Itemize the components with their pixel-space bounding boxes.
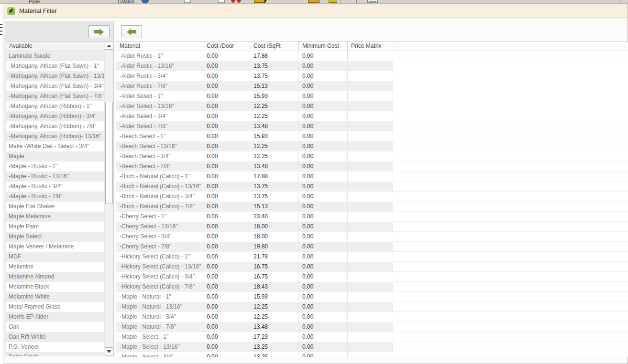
table-row[interactable]: -Maple - Natural - 3/4"0.0012.250.00 [116, 312, 628, 322]
cell-material: -Cherry Select - 13/16" [116, 222, 203, 232]
available-list-item[interactable]: Oak [6, 322, 104, 332]
checkbox-icon[interactable] [218, 0, 225, 3]
table-row[interactable]: -Birch - Natural (Calico) - 13/16"0.0013… [116, 182, 628, 192]
table-row[interactable]: -Birch - Natural (Calico) - 7/8"0.0015.1… [116, 202, 628, 212]
available-list-item[interactable]: Maple Flat Shaker [6, 202, 104, 212]
table-row[interactable]: -Cherry Select - 13/16"0.0018.000.00 [116, 222, 628, 232]
table-row[interactable]: -Alder Rustic - 1"0.0017.880.00 [116, 51, 628, 61]
scroll-up-button[interactable] [105, 42, 113, 50]
cell-price-matrix [348, 111, 393, 121]
available-list-item[interactable]: -Mahogany, African (Flat Sawn) - 1" [6, 61, 104, 71]
table-row[interactable]: -Cherry Select - 7/8"0.0019.800.00 [116, 242, 628, 252]
available-list-item[interactable]: P.G. Veneer [6, 342, 104, 352]
table-row[interactable]: -Beech Select - 1"0.0015.930.00 [116, 131, 628, 141]
column-header-cost-door[interactable]: Cost /Door [203, 42, 250, 51]
cell-cost-door: 0.00 [203, 141, 250, 151]
table-row[interactable]: -Beech Select - 3/4"0.0012.250.00 [116, 151, 628, 161]
blue-circle-icon[interactable] [141, 0, 149, 3]
available-list-item[interactable]: Maple Paint [6, 222, 104, 232]
available-list-item[interactable]: Paint Grade [6, 352, 104, 356]
cell-filler [393, 192, 628, 202]
available-list-item[interactable]: -Mahogany, African (Ribbon) - 3/4" [6, 111, 104, 121]
available-list-item[interactable]: -Maple - Rustic - 13/16" [6, 171, 104, 182]
table-row[interactable]: -Hickory Select (Calico) - 13/16"0.0016.… [116, 262, 628, 272]
table-row[interactable]: -Maple - Natural - 13/16"0.0012.250.00 [116, 302, 628, 312]
cell-cost-sqft: 18.43 [250, 282, 299, 292]
available-list-item[interactable]: Melamine Almond [6, 272, 104, 282]
table-row[interactable]: -Hickory Select (Calico) - 3/4"0.0016.75… [116, 272, 628, 282]
available-list-item[interactable]: Metal Framed Glass [6, 302, 104, 312]
available-list-item[interactable]: MDF [6, 252, 104, 262]
red-diamond-icon[interactable] [237, 0, 242, 3]
cell-cost-sqft: 12.25 [250, 141, 299, 151]
table-row[interactable]: -Maple - Select - 1"0.0017.230.00 [116, 332, 628, 342]
available-list-item[interactable]: Melamine White [6, 292, 104, 302]
cell-cost-sqft: 16.75 [250, 272, 299, 282]
cell-filler [393, 242, 628, 252]
table-row[interactable]: -Alder Rustic - 3/4"0.0013.750.00 [116, 71, 628, 81]
available-list-item[interactable]: -Maple - Rustic - 1" [6, 161, 104, 171]
column-header-minimum-cost[interactable]: Minimum Cost [299, 42, 348, 51]
cell-cost-sqft: 12.25 [250, 302, 299, 312]
available-list-item[interactable]: Laminate Suede [6, 51, 104, 61]
column-header-cost-sqft[interactable]: Cost /SqFt [250, 42, 299, 51]
cell-price-matrix [348, 262, 393, 272]
available-list-item[interactable]: -Mahogany, African (Ribbon) - 7/8" [6, 121, 104, 131]
available-list-item[interactable]: Oak Rift White [6, 332, 104, 342]
table-row[interactable]: -Alder Select - 13/16"0.0012.250.00 [116, 101, 628, 111]
cell-filler [393, 131, 628, 141]
available-list-item[interactable]: Morris EP Alder [6, 312, 104, 322]
table-row[interactable]: -Birch - Natural (Calico) - 1"0.0017.880… [116, 171, 628, 182]
available-list-item[interactable]: -Maple - Rustic - 7/8" [6, 192, 104, 202]
available-column-header[interactable]: Available [6, 41, 104, 51]
table-row[interactable]: -Beech Select - 13/16"0.0012.250.00 [116, 141, 628, 151]
gold-cabinet-icon[interactable] [308, 0, 320, 3]
cell-filler [393, 232, 628, 242]
table-row[interactable]: -Alder Select - 7/8"0.0013.480.00 [116, 121, 628, 131]
available-list-item[interactable]: -Mahogany, African (Flat Sawn) - 3/4" [6, 81, 104, 91]
column-header-material[interactable]: Material [116, 42, 203, 51]
table-row[interactable]: -Cherry Select - 1"0.0023.400.00 [116, 212, 628, 222]
red-diamond-icon[interactable] [231, 0, 236, 3]
available-list-item[interactable]: Melamine Black [6, 282, 104, 292]
move-right-button[interactable] [88, 25, 110, 38]
available-list-item[interactable]: Maple [6, 151, 104, 161]
available-list-item[interactable]: Maple Veneer / Melamine [6, 242, 104, 252]
table-row[interactable]: -Maple - Select - 3/4"0.0013.250.00 [116, 352, 628, 357]
column-header-price-matrix[interactable]: Price Matrix [348, 42, 393, 51]
available-list-item[interactable]: Maple Melamine [6, 212, 104, 222]
available-list-item[interactable]: -Mahogany, African (Flat Sawn) - 7/8" [6, 91, 104, 101]
cell-material: -Birch - Natural (Calico) - 3/4" [116, 192, 203, 202]
table-row[interactable]: -Alder Rustic - 13/16"0.0013.750.00 [116, 61, 628, 71]
table-row[interactable]: -Birch - Natural (Calico) - 3/4"0.0013.7… [116, 192, 628, 202]
cell-material: -Beech Select - 3/4" [116, 151, 203, 161]
table-row[interactable]: -Maple - Select - 13/16"0.0013.250.00 [116, 342, 628, 352]
available-list-item[interactable]: -Mahogany, African (Ribbon) - 1" [6, 101, 104, 111]
table-row[interactable]: -Maple - Natural - 1"0.0015.930.00 [116, 292, 628, 302]
available-list-item[interactable]: -Mahogany, African (Flat Sawn) - 13/16" [6, 71, 104, 81]
table-row[interactable]: -Beech Select - 7/8"0.0013.480.00 [116, 161, 628, 171]
cell-cost-door: 0.00 [203, 312, 250, 322]
scrollbar-thumb[interactable] [105, 102, 113, 204]
cell-minimum-cost: 0.00 [299, 252, 348, 262]
table-row[interactable]: -Alder Select - 3/4"0.0012.250.00 [116, 111, 628, 121]
available-list-item[interactable]: Melamine [6, 262, 104, 272]
table-row[interactable]: -Cherry Select - 3/4"0.0018.000.00 [116, 232, 628, 242]
table-row[interactable]: -Alder Rustic - 7/8"0.0015.130.00 [116, 81, 628, 91]
grid-icon[interactable] [367, 0, 378, 3]
available-list-item[interactable]: Make -White Oak - Select - 3/4" [6, 141, 104, 151]
gold-cabinet-icon[interactable] [254, 0, 265, 3]
available-list-item[interactable]: Maple Select [6, 232, 104, 242]
available-list-item[interactable]: -Maple - Rustic - 3/4" [6, 182, 104, 192]
table-row[interactable]: -Alder Select - 1"0.0015.930.00 [116, 91, 628, 101]
cell-cost-sqft: 13.75 [250, 61, 299, 71]
move-left-button[interactable] [121, 25, 142, 38]
checkbox-icon[interactable] [184, 0, 191, 3]
scroll-down-button[interactable] [105, 347, 113, 355]
gold-cabinet-icon[interactable] [329, 0, 337, 3]
table-row[interactable]: -Maple - Natural - 7/8"0.0013.480.00 [116, 322, 628, 332]
available-list-item[interactable]: -Mahogany, African (Ribbon)- 13/16" [6, 131, 104, 141]
table-row[interactable]: -Hickory Select (Calico) - 7/8"0.0018.43… [116, 282, 628, 292]
table-row[interactable]: -Hickory Select (Calico) - 1"0.0021.780.… [116, 252, 628, 262]
cell-minimum-cost: 0.00 [299, 71, 348, 81]
